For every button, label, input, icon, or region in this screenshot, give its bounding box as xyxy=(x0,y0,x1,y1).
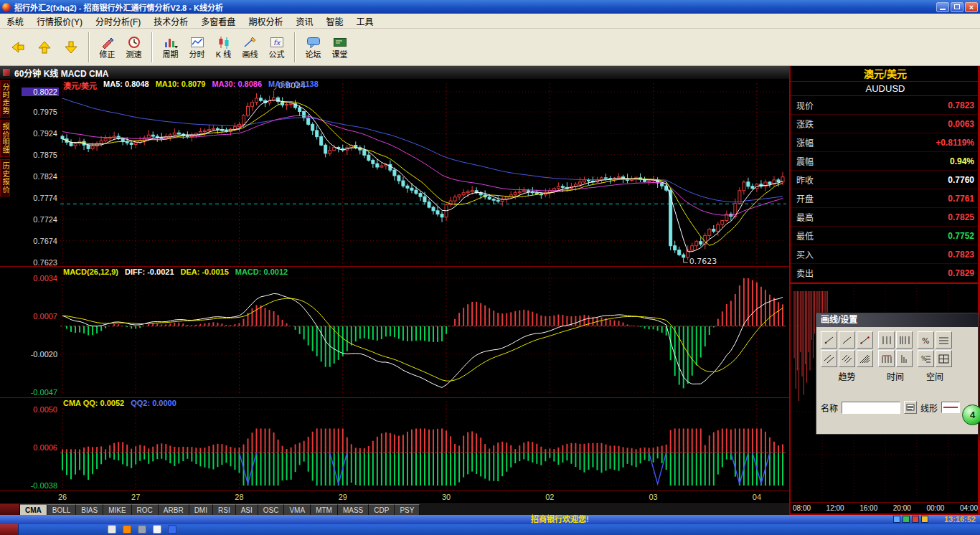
indicator-tab-asi[interactable]: ASI xyxy=(236,504,258,515)
menu-item-3[interactable]: 技术分析 xyxy=(147,13,194,29)
status-icon-blue[interactable] xyxy=(893,516,900,523)
status-icon-green[interactable] xyxy=(903,516,910,523)
indicator-tab-arbr[interactable]: ARBR xyxy=(159,504,189,515)
main-chart-panel[interactable]: 澳元/美元MA5: 0.8048MA10: 0.8079MA30: 0.8086… xyxy=(0,79,789,267)
toolbar-button-speed-test[interactable]: 测速 xyxy=(121,30,147,65)
side-tab-2[interactable]: 历史报价 xyxy=(0,159,10,197)
taskbar-app-button[interactable] xyxy=(0,524,19,535)
quicklaunch-icon-4[interactable] xyxy=(168,525,176,534)
line-shape-select[interactable] xyxy=(941,402,960,413)
quicklaunch-icon-0[interactable] xyxy=(108,525,116,534)
macd-legend: MACD(26,12,9)DIFF: -0.0021DEA: -0.0015MA… xyxy=(63,268,288,276)
draw-line-settings-dialog[interactable]: 画线/设置 趋势时间%%空间 名称 线形 4 xyxy=(816,313,979,435)
menu-item-8[interactable]: 工具 xyxy=(349,13,380,29)
macd-panel[interactable]: MACD(26,12,9)DIFF: -0.0021DEA: -0.0015MA… xyxy=(0,267,789,398)
vlines-fib-icon[interactable] xyxy=(896,331,913,349)
toolbar-button-classroom[interactable]: 课堂 xyxy=(326,30,353,65)
quicklaunch-icon-3[interactable] xyxy=(153,525,161,534)
indicator-tab-rsi[interactable]: RSI xyxy=(213,504,236,515)
menu-item-1[interactable]: 行情报价(Y) xyxy=(30,13,89,29)
quote-row-9: 卖出0.7829 xyxy=(791,264,980,283)
name-input[interactable] xyxy=(842,402,900,414)
percent-lines-icon[interactable]: % xyxy=(918,350,934,367)
minimize-button[interactable] xyxy=(936,2,949,12)
toolbar[interactable]: 修正测速周期分时K 线画线fx公式论坛课堂 xyxy=(0,29,980,66)
menu-item-2[interactable]: 分时分析(F) xyxy=(89,13,147,29)
trend-ray-icon[interactable] xyxy=(821,331,837,349)
parallel-2-icon[interactable] xyxy=(821,350,837,367)
indicator-tab-cdp[interactable]: CDP xyxy=(369,504,395,515)
quote-panel[interactable]: 澳元/美元 AUDUSD 现价0.7823涨跌0.0063涨幅+0.8119%震… xyxy=(789,66,980,502)
indicator-tab-dmi[interactable]: DMI xyxy=(189,504,213,515)
toolbar-button-nav-down[interactable] xyxy=(57,30,84,65)
toolbar-button-forum[interactable]: 论坛 xyxy=(300,30,326,65)
indicator-tab-bias[interactable]: BIAS xyxy=(76,504,103,515)
menu-bar[interactable]: 系统行情报价(Y)分时分析(F)技术分析多窗看盘期权分析资讯智能工具 xyxy=(0,14,980,29)
vlines-gann-icon[interactable] xyxy=(896,350,913,367)
toolbar-button-nav-back[interactable] xyxy=(4,30,31,65)
percent-icon[interactable]: % xyxy=(918,331,934,349)
y-axis-label: 0.7674 xyxy=(17,237,57,245)
ma-legend: 澳元/美元MA5: 0.8048MA10: 0.8079MA30: 0.8086… xyxy=(63,80,319,91)
y-axis-label: -0.0047 xyxy=(17,388,57,397)
vlines-cycle-icon[interactable] xyxy=(878,350,895,367)
quote-row-0: 现价0.7823 xyxy=(791,96,980,115)
menu-item-4[interactable]: 多窗看盘 xyxy=(194,13,242,29)
app-icon xyxy=(2,3,11,11)
menu-item-5[interactable]: 期权分析 xyxy=(242,13,289,29)
tab-scroll-stub[interactable] xyxy=(0,504,20,515)
quote-value: 0.7825 xyxy=(948,212,974,222)
indicator-tab-vma[interactable]: VMA xyxy=(284,504,311,515)
menu-item-0[interactable]: 系统 xyxy=(0,13,30,29)
float-ball-button[interactable]: 4 xyxy=(962,404,980,425)
hatch-icon[interactable] xyxy=(857,350,873,367)
legend-item: DIFF: -0.0021 xyxy=(125,268,174,276)
status-icon-red[interactable] xyxy=(912,516,919,523)
toolbar-button-kline[interactable]: K 线 xyxy=(210,30,237,65)
vlines-3-icon[interactable] xyxy=(878,331,895,349)
toolbar-button-revise[interactable]: 修正 xyxy=(94,30,121,65)
restore-button[interactable] xyxy=(951,2,963,12)
y-axis-label: -0.0038 xyxy=(17,481,57,490)
toolbar-button-formula[interactable]: fx公式 xyxy=(263,30,290,65)
chart-header: 60分钟 K线 MACD CMA xyxy=(0,66,789,79)
cma-legend: CMA QQ: 0.0052QQ2: 0.0000 xyxy=(63,399,176,407)
indicator-tab-psy[interactable]: PSY xyxy=(395,504,420,515)
indicator-tab-cma[interactable]: CMA xyxy=(20,504,47,515)
parallel-3-icon[interactable] xyxy=(839,350,855,367)
windows-taskbar[interactable] xyxy=(0,524,980,535)
toolbar-button-nav-up[interactable] xyxy=(31,30,57,65)
trend-seg-icon[interactable] xyxy=(857,331,873,349)
menu-item-7[interactable]: 智能 xyxy=(319,13,349,29)
time-label-0: 08:00 xyxy=(793,504,811,512)
dialog-title-bar[interactable]: 画线/设置 xyxy=(816,313,978,327)
y-axis-label: 0.7724 xyxy=(17,215,57,224)
indicator-tab-roc[interactable]: ROC xyxy=(132,504,159,515)
close-button[interactable]: × xyxy=(965,2,978,12)
cma-chart xyxy=(60,398,788,491)
hlines-icon[interactable] xyxy=(936,331,952,349)
toolbar-label: 论坛 xyxy=(306,50,321,60)
indicator-tab-mike[interactable]: MIKE xyxy=(103,504,131,515)
y-axis-label: 0.0034 xyxy=(17,274,57,283)
indicator-tab-bar[interactable]: CMABOLLBIASMIKEROCARBRDMIRSIASIOSCVMAMTM… xyxy=(0,503,789,515)
grid-icon[interactable] xyxy=(936,350,952,367)
toolbar-button-period[interactable]: 周期 xyxy=(157,30,184,65)
indicator-tab-osc[interactable]: OSC xyxy=(258,504,285,515)
toolbar-button-draw-line[interactable]: 画线 xyxy=(237,30,263,65)
menu-item-6[interactable]: 资讯 xyxy=(289,13,319,29)
trend-line-icon[interactable] xyxy=(839,331,855,349)
status-icon-yellow[interactable] xyxy=(921,516,928,523)
title-bar[interactable]: 招行外汇2(fxhq2) - 招商银行外汇通行情分析V2.8 - K线分析 × xyxy=(0,0,980,14)
indicator-tab-mass[interactable]: MASS xyxy=(338,504,369,515)
cma-panel[interactable]: CMA QQ: 0.0052QQ2: 0.0000 0.00500.0006-0… xyxy=(0,398,789,491)
quicklaunch-icon-2[interactable] xyxy=(138,525,146,534)
indicator-tab-boll[interactable]: BOLL xyxy=(47,504,77,515)
name-list-button[interactable] xyxy=(904,401,917,414)
side-tab-1[interactable]: 报价明细 xyxy=(0,120,10,157)
toolbar-button-intraday[interactable]: 分时 xyxy=(184,30,210,65)
side-tab-0[interactable]: 分时走势 xyxy=(0,80,10,118)
quicklaunch-icon-1[interactable] xyxy=(123,525,131,534)
indicator-tab-mtm[interactable]: MTM xyxy=(311,504,338,515)
side-tab-strip[interactable]: 分时走势报价明细历史报价 xyxy=(0,80,11,199)
